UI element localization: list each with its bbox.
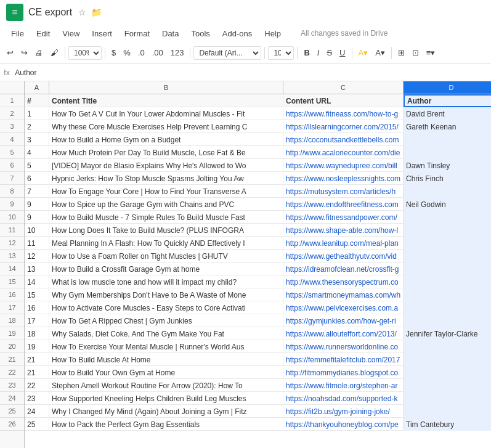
cell-num[interactable]: 19 bbox=[25, 340, 49, 353]
font-select[interactable]: Default (Ari... bbox=[193, 46, 261, 60]
merge-button[interactable]: ⊡ bbox=[409, 46, 422, 59]
menu-data[interactable]: Data bbox=[157, 27, 184, 40]
print-button[interactable]: 🖨 bbox=[32, 46, 46, 59]
cell-url[interactable]: https://llslearningcorner.com/2015/ bbox=[283, 120, 404, 133]
cell-url[interactable]: http://fitmommydiaries.blogspot.co bbox=[283, 366, 404, 379]
cell-author[interactable] bbox=[404, 405, 491, 418]
cell-num[interactable]: 24 bbox=[25, 405, 49, 418]
cell-num[interactable]: 12 bbox=[25, 250, 49, 263]
cell-author[interactable] bbox=[404, 340, 491, 353]
cell-num[interactable]: 1 bbox=[25, 107, 49, 120]
cell-num[interactable]: 23 bbox=[25, 392, 49, 405]
cell-num[interactable]: 21 bbox=[25, 353, 49, 366]
col-header-a[interactable]: A bbox=[25, 81, 49, 94]
cell-title[interactable]: Stephen Amell Workout Routine For Arrow … bbox=[49, 379, 283, 392]
menu-help[interactable]: Help bbox=[259, 27, 286, 40]
cell-title[interactable]: How To Engage Your Core | How to Find Yo… bbox=[49, 185, 283, 198]
cell-title[interactable]: How to Activate Core Muscles - Easy Step… bbox=[49, 301, 283, 314]
font-size-select[interactable]: 10 bbox=[268, 46, 294, 60]
cell-title[interactable]: How to Build Your Own Gym at Home bbox=[49, 366, 283, 379]
cell-num[interactable]: 2 bbox=[25, 120, 49, 133]
cell-author[interactable]: Gareth Keenan bbox=[404, 120, 491, 133]
cell-url[interactable]: https://gymjunkies.com/how-get-ri bbox=[283, 314, 404, 327]
cell-url[interactable]: https://mutusystem.com/articles/h bbox=[283, 185, 404, 198]
currency-button[interactable]: $ bbox=[108, 46, 119, 59]
paint-format-button[interactable]: 🖌 bbox=[47, 46, 62, 59]
cell-author[interactable] bbox=[404, 366, 491, 379]
menu-addons[interactable]: Add-ons bbox=[217, 27, 257, 40]
cell-url[interactable]: https://idreamofclean.net/crossfit-g bbox=[283, 263, 404, 275]
cell-author[interactable] bbox=[404, 211, 491, 224]
zoom-select[interactable]: 100% bbox=[68, 46, 102, 60]
cell-url[interactable]: https://coconutsandkettlebells.com bbox=[283, 133, 404, 146]
cell-author[interactable] bbox=[404, 146, 491, 159]
cell-author[interactable] bbox=[404, 314, 491, 327]
cell-author[interactable] bbox=[404, 224, 491, 237]
cell-url[interactable]: https://noahsdad.com/supported-k bbox=[283, 392, 404, 405]
cell-num[interactable]: 6 bbox=[25, 172, 49, 185]
cell-url[interactable]: https://www.allouteffort.com/2013/ bbox=[283, 327, 404, 340]
cell-num[interactable]: 11 bbox=[25, 237, 49, 250]
number-format-button[interactable]: 123 bbox=[168, 46, 187, 59]
cell-author[interactable]: David Brent bbox=[404, 107, 491, 120]
percent-button[interactable]: % bbox=[120, 46, 134, 59]
cell-author[interactable] bbox=[404, 237, 491, 250]
italic-button[interactable]: I bbox=[314, 46, 323, 59]
cell-title[interactable]: How To Get A V Cut In Your Lower Abdomin… bbox=[49, 107, 283, 120]
formula-input[interactable] bbox=[15, 68, 487, 77]
cell-title[interactable]: How Long Does It Take to Build Muscle? (… bbox=[49, 224, 283, 237]
undo-button[interactable]: ↩ bbox=[4, 46, 17, 59]
cell-author[interactable] bbox=[404, 288, 491, 301]
header-cell-c[interactable]: Content URL bbox=[283, 94, 404, 107]
cell-url[interactable]: https://www.nosleeplessnights.com bbox=[283, 172, 404, 185]
folder-icon[interactable]: 📁 bbox=[91, 7, 102, 17]
cell-url[interactable]: https://femmefitalefitclub.com/2017 bbox=[283, 353, 404, 366]
cell-title[interactable]: How to Build a Crossfit Garage Gym at ho… bbox=[49, 263, 283, 275]
cell-url[interactable]: https://thankyouhoneyblog.com/pe bbox=[283, 418, 404, 431]
fill-color-button[interactable]: A▾ bbox=[355, 46, 371, 59]
decimal-more-button[interactable]: .00 bbox=[149, 46, 166, 59]
cell-num[interactable]: 25 bbox=[25, 418, 49, 431]
cell-title[interactable]: How to Build Muscle - 7 Simple Rules To … bbox=[49, 211, 283, 224]
cell-url[interactable]: https://www.fitneass.com/how-to-g bbox=[283, 107, 404, 120]
cell-title[interactable]: How to Spice up the Garage Gym with Chai… bbox=[49, 198, 283, 211]
cell-author[interactable] bbox=[404, 133, 491, 146]
underline-button[interactable]: U bbox=[336, 46, 348, 59]
cell-author[interactable] bbox=[404, 263, 491, 275]
cell-url[interactable]: http://www.leanitup.com/meal-plan bbox=[283, 237, 404, 250]
cell-num[interactable]: 18 bbox=[25, 327, 49, 340]
redo-button[interactable]: ↪ bbox=[18, 46, 31, 59]
cell-num[interactable]: 9 bbox=[25, 211, 49, 224]
menu-tools[interactable]: Tools bbox=[186, 27, 214, 40]
cell-title[interactable]: How To Get A Ripped Chest | Gym Junkies bbox=[49, 314, 283, 327]
cell-url[interactable]: https://fit2b.us/gym-joining-joke/ bbox=[283, 405, 404, 418]
cell-num[interactable]: 4 bbox=[25, 146, 49, 159]
cell-author[interactable]: Neil Godwin bbox=[404, 198, 491, 211]
menu-edit[interactable]: Edit bbox=[31, 27, 55, 40]
cell-num[interactable]: 16 bbox=[25, 301, 49, 314]
cell-num[interactable]: 21 bbox=[25, 366, 49, 379]
menu-insert[interactable]: Insert bbox=[87, 27, 117, 40]
cell-url[interactable]: https://www.gethealthyutv.com/vid bbox=[283, 250, 404, 263]
cell-title[interactable]: What is low muscle tone and how will it … bbox=[49, 275, 283, 288]
cell-num[interactable]: 5 bbox=[25, 159, 49, 172]
cell-title[interactable]: How to Build a Home Gym on a Budget bbox=[49, 133, 283, 146]
cell-author[interactable] bbox=[404, 392, 491, 405]
cell-author[interactable] bbox=[404, 275, 491, 288]
cell-url[interactable]: https://www.fitnessandpower.com/ bbox=[283, 211, 404, 224]
bold-button[interactable]: B bbox=[301, 46, 312, 59]
strikethrough-button[interactable]: S bbox=[323, 46, 335, 59]
cell-title[interactable]: Hypnic Jerks: How To Stop Muscle Spasms … bbox=[49, 172, 283, 185]
cell-author[interactable]: Chris Finch bbox=[404, 172, 491, 185]
cell-author[interactable] bbox=[404, 353, 491, 366]
document-title[interactable]: CE export bbox=[28, 7, 72, 18]
cell-url[interactable]: https://www.shape-able.com/how-l bbox=[283, 224, 404, 237]
cell-num[interactable]: 14 bbox=[25, 275, 49, 288]
cell-url[interactable]: https://smartmoneymamas.com/wh bbox=[283, 288, 404, 301]
cell-num[interactable]: 17 bbox=[25, 314, 49, 327]
borders-button[interactable]: ⊞ bbox=[395, 46, 408, 59]
cell-author[interactable] bbox=[404, 185, 491, 198]
cell-title[interactable]: How to Use a Foam Roller on Tight Muscle… bbox=[49, 250, 283, 263]
cell-url[interactable]: http://www.acaloriecounter.com/die bbox=[283, 146, 404, 159]
header-cell-b[interactable]: Content Title bbox=[49, 94, 283, 107]
